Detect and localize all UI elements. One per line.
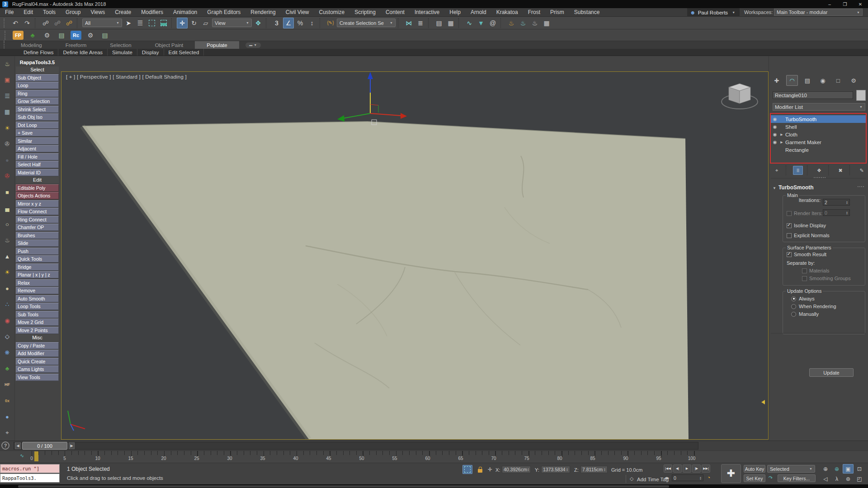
isolate-selection-toggle[interactable] [462, 465, 472, 474]
ribbon-button-edit-selected[interactable]: Edit Selected [164, 49, 204, 56]
rappatools-button-dot-loop[interactable]: Dot Loop [16, 122, 59, 129]
tab-hierarchy[interactable]: ▤ [802, 75, 813, 86]
viewport-canvas[interactable] [61, 72, 768, 439]
rendered-frame-window-icon[interactable]: ♨ [529, 18, 540, 28]
rappatools-button-bridge[interactable]: Bridge [16, 263, 59, 271]
rappatools-button-sub-object[interactable]: Sub Object [16, 74, 59, 81]
select-by-name-icon[interactable]: ☰ [135, 18, 146, 28]
visibility-eye-icon[interactable]: ◉ [771, 124, 779, 129]
menu-interactive[interactable]: Interactive [410, 8, 444, 16]
menu-graph-editors[interactable]: Graph Editors [202, 8, 245, 16]
percent-snap-icon[interactable]: % [295, 18, 306, 28]
select-and-link-icon[interactable]: ☍ [40, 18, 51, 28]
rappatools-button-loop-tools[interactable]: Loop Tools [16, 303, 59, 310]
set-keys-button[interactable]: ✚ [721, 464, 741, 483]
rappatools-button-view-tools[interactable]: View Tools [16, 374, 59, 381]
rappatools-button-grow-selection[interactable]: Grow Selection [16, 98, 59, 105]
rappatools-button-fill-hole[interactable]: Fill / Hole [16, 153, 59, 160]
ribbon-tab-modeling[interactable]: Modeling [9, 41, 54, 49]
forest-list-icon[interactable]: ▤ [56, 30, 67, 41]
teapot-primitive-icon[interactable]: ♨ [2, 235, 13, 245]
maximize-button[interactable]: ❐ [837, 0, 853, 8]
scatter-icon[interactable]: ∴ [2, 300, 13, 310]
ribbon-button-define-flows[interactable]: Define Flows [19, 49, 58, 56]
ribbon-button-define-idle-areas[interactable]: Define Idle Areas [58, 49, 108, 56]
menu-rendering[interactable]: Rendering [245, 8, 280, 16]
shadow-sphere-icon[interactable]: ● [2, 155, 13, 165]
rappatools-button-similar[interactable]: Similar [16, 137, 59, 145]
stack-row-turbosmooth[interactable]: ◉TurboSmooth [771, 115, 866, 123]
tab-utilities[interactable]: ⚙ [848, 75, 859, 86]
object-color-swatch[interactable] [856, 90, 866, 101]
reference-coordinate-dropdown[interactable]: View▼ [212, 19, 252, 27]
angle-snap-icon[interactable]: ∠ [283, 18, 294, 28]
y-coord-field[interactable]: 1373.5834▲▼ [541, 466, 570, 473]
ox-tool-icon[interactable]: 0x [2, 396, 13, 406]
show-end-result-icon[interactable]: II [793, 166, 803, 175]
rappatools-button-select-half[interactable]: Select Half [16, 161, 59, 168]
next-frame-button[interactable]: |▶ [692, 465, 701, 473]
stack-row-garment-maker[interactable]: ◉▶Garment Maker [771, 138, 866, 146]
next-frame-arrow[interactable]: ▶ [69, 442, 75, 449]
zoom-all-icon[interactable]: ⊕ [831, 464, 842, 474]
key-selection-dropdown[interactable]: Selected▼ [767, 465, 815, 473]
tab-modify[interactable]: ◠ [786, 75, 798, 86]
dome-primitive-icon[interactable]: ▄ [2, 203, 13, 213]
listener-line-1[interactable]: macros.run "] [0, 464, 60, 473]
make-unique-icon[interactable]: ❖ [814, 166, 824, 175]
maximize-viewport-icon[interactable]: ◰ [854, 474, 865, 483]
schematic-view-icon[interactable]: @ [487, 18, 498, 28]
user-account-menu[interactable]: ☻ Paul Roberts ▼ [687, 8, 740, 17]
zoom-region-icon[interactable]: ⊡ [854, 464, 865, 474]
menu-substance[interactable]: Substance [569, 8, 605, 16]
manually-radio[interactable] [791, 312, 796, 317]
object-name-field[interactable]: Rectangle010 [773, 91, 853, 99]
isoline-display-checkbox[interactable] [787, 223, 792, 228]
stack-row-cloth[interactable]: ◉▶Cloth [771, 131, 866, 138]
menu-file[interactable]: File [0, 8, 19, 16]
disc-primitive-icon[interactable]: ○ [2, 219, 13, 229]
toolbar-grip[interactable] [5, 31, 7, 40]
iterations-field[interactable]: 2 ▲▼ [823, 199, 850, 206]
plane-primitive-icon[interactable]: ◇ [2, 332, 13, 342]
track-bar[interactable]: ∿ 05101520253035404550556065707580859095… [0, 450, 868, 463]
rock-icon[interactable]: ❋ [2, 347, 13, 357]
modifier-list-dropdown[interactable]: Modifier List ▼ [773, 103, 865, 111]
rappatools-button-adjacent[interactable]: Adjacent [16, 145, 59, 152]
taskbar-segment[interactable] [18, 485, 669, 488]
render-production-icon[interactable]: ▦ [541, 18, 552, 28]
forest-pack-badge[interactable]: FP [13, 31, 24, 40]
walk-through-icon[interactable]: λ [831, 474, 842, 483]
sun-light-icon[interactable]: ☀ [2, 267, 13, 277]
when-rendering-radio[interactable] [791, 304, 796, 309]
expand-arrow-icon[interactable]: ▶ [779, 133, 784, 136]
scene-explorer-icon[interactable]: ▦ [445, 18, 456, 28]
rappatools-button-copy-paste[interactable]: Copy / Paste [16, 342, 59, 349]
turbosmooth-rollout-header[interactable]: ▼TurboSmooth [773, 184, 814, 191]
menu-content[interactable]: Content [381, 8, 410, 16]
sphere-primitive-icon[interactable]: ● [2, 283, 13, 293]
rectangular-selection-region-icon[interactable] [146, 18, 157, 28]
dope-sheet-icon[interactable]: ▼ [476, 18, 486, 28]
menu-krakatoa[interactable]: Krakatoa [491, 8, 523, 16]
forest-wrench-icon[interactable]: ⚙ [42, 30, 52, 41]
rollout-grip[interactable] [858, 186, 864, 187]
update-button[interactable]: Update [809, 368, 854, 377]
rappatools-button-push[interactable]: Push [16, 248, 59, 255]
render-setup-icon[interactable]: ♨ [518, 18, 528, 28]
selection-lock-icon[interactable] [475, 465, 485, 474]
current-frame-field[interactable]: 0▲▼ [672, 474, 703, 481]
play-button[interactable]: ▶ [683, 465, 691, 473]
previous-frame-button[interactable]: ◀| [673, 465, 682, 473]
blue-sphere-icon[interactable]: ● [2, 412, 13, 422]
menu-edit[interactable]: Edit [19, 8, 38, 16]
panel-splitter[interactable] [771, 178, 866, 178]
frame-stepper[interactable]: ◀▶ [664, 474, 670, 482]
rappatools-button-ring[interactable]: Ring [16, 90, 59, 97]
rappatools-button-ring-connect[interactable]: Ring Connect [16, 216, 59, 223]
spinner-arrows[interactable]: ▲▼ [846, 201, 848, 204]
ribbon-tab-selection[interactable]: Selection [98, 41, 143, 49]
configure-modifier-sets-icon[interactable]: ✎ [857, 166, 867, 175]
smooth-result-checkbox[interactable] [787, 252, 792, 257]
render-preview-icon[interactable]: ▣ [2, 75, 13, 85]
